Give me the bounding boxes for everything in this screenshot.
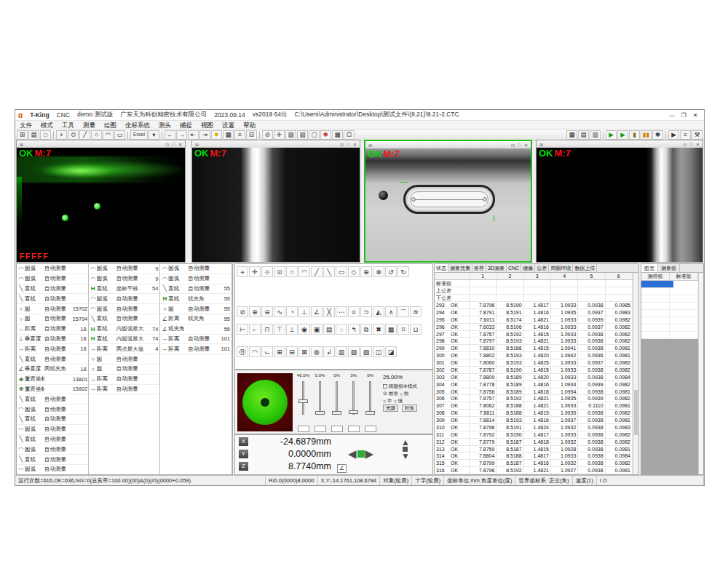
palette-tool[interactable]: ⊓: [261, 324, 273, 335]
jog-slider-0[interactable]: 40.0%: [295, 372, 312, 434]
joystick-circle[interactable]: [242, 380, 288, 425]
jog-radio-row[interactable]: ⊙标准○快: [383, 390, 432, 397]
palette-tool[interactable]: ▦: [385, 324, 397, 335]
measurement-list-item[interactable]: ◠圆弧自动测量9: [89, 264, 160, 274]
element-panel-row[interactable]: [641, 288, 698, 295]
palette-tool[interactable]: ✛: [249, 266, 261, 277]
slider-thumb[interactable]: [298, 399, 308, 403]
settings-button[interactable]: ✱: [652, 130, 663, 140]
palette-tool[interactable]: ⌖: [237, 266, 248, 277]
measurement-list-item[interactable]: ◠圆弧自动测量: [17, 445, 88, 455]
table-row[interactable]: 298OK7.87978.51931.48211.09330.09380.098…: [435, 338, 633, 345]
open-file-button[interactable]: ▤: [28, 130, 39, 140]
jog-right-arrow-icon[interactable]: ▶: [365, 447, 374, 461]
pattern-b-button[interactable]: ▧: [297, 130, 308, 140]
slider-thumb[interactable]: [365, 411, 375, 415]
light-button[interactable]: 光源: [383, 404, 398, 412]
table-row[interactable]: 316OK7.87968.51921.48211.09270.09380.098…: [435, 467, 633, 474]
palette-tool[interactable]: ○: [286, 266, 298, 277]
table-scrollbar-thumb[interactable]: [634, 390, 638, 435]
palette-tool[interactable]: ◫: [373, 346, 384, 357]
element-panel-row[interactable]: [641, 295, 698, 303]
table-row[interactable]: 308OK7.88118.51881.48151.09350.09380.098…: [435, 410, 633, 417]
palette-tool[interactable]: ⊕: [249, 306, 261, 317]
table-row[interactable]: 306OK7.87578.51921.48211.09350.09390.098…: [435, 395, 633, 402]
palette-tool[interactable]: ╱: [311, 266, 323, 277]
menu-item-2[interactable]: 工具: [58, 121, 79, 129]
stop-run-button[interactable]: ▮: [629, 130, 640, 140]
measurement-list-item[interactable]: ╲直线自动测量: [17, 415, 88, 425]
zoom-fit-icon[interactable]: ⊡: [510, 143, 516, 148]
palette-tool[interactable]: ⊢: [237, 324, 248, 335]
measurement-list-item[interactable]: ◠圆弧自动测量: [17, 404, 88, 415]
table-row[interactable]: 305OK7.87568.51891.48181.09540.09380.098…: [435, 388, 633, 396]
save-program-button[interactable]: ▦: [566, 130, 577, 140]
menu-item-6[interactable]: 测头: [154, 121, 175, 129]
palette-tool[interactable]: ⊔: [410, 324, 422, 335]
table-tab-3[interactable]: 3D测量: [486, 264, 507, 272]
measurement-list-item[interactable]: H直线内圆弧最大点74: [89, 324, 160, 335]
slider-input[interactable]: [365, 426, 376, 432]
measurement-list-item[interactable]: ◠圆弧自动测量: [160, 264, 232, 274]
slider-thumb[interactable]: [349, 410, 358, 414]
camera-3-image[interactable]: OKM:7: [365, 148, 531, 261]
close-icon[interactable]: ✕: [177, 142, 183, 147]
measurement-list-item[interactable]: ↔距离两点最大值4: [89, 344, 160, 354]
table-tab-2[interactable]: 推荐: [472, 264, 486, 272]
crosshair-tool-button[interactable]: ✛: [274, 130, 285, 140]
table-row[interactable]: 294OK7.87918.51911.48161.09350.09370.098…: [435, 309, 633, 316]
palette-tool[interactable]: ↰: [348, 324, 360, 335]
measurement-list-item[interactable]: ◠圆弧自动测量: [89, 304, 160, 314]
joystick-pad[interactable]: [237, 373, 293, 431]
restore-icon[interactable]: □: [170, 142, 177, 146]
measurement-list-item[interactable]: ○圆自动测量: [89, 354, 160, 364]
element-panel-row[interactable]: [641, 332, 698, 339]
menu-item-4[interactable]: 绘图: [100, 121, 121, 129]
camera-panel-1[interactable]: ⊞ ⊡ □ ✕ OKM:7 FFFFF: [16, 140, 186, 263]
panel-menu-icon[interactable]: ⊞: [194, 142, 200, 147]
palette-tool[interactable]: ⊹: [261, 266, 273, 277]
palette-tool[interactable]: ⊗: [373, 266, 384, 277]
measurement-list-item[interactable]: ╲直线自动测量: [17, 294, 88, 304]
line-tool-button[interactable]: ╱: [79, 130, 90, 140]
palette-tool[interactable]: ∿: [274, 306, 285, 317]
table-row[interactable]: 309OK7.88148.51931.48161.09370.09380.098…: [435, 417, 633, 424]
table-row[interactable]: 297OK7.87578.51921.48151.09330.09380.098…: [435, 331, 633, 338]
grid-view-button[interactable]: ▦: [223, 130, 234, 140]
table-row[interactable]: 299OK7.88108.51861.48151.09410.09380.098…: [435, 345, 633, 352]
table-row[interactable]: 312OK7.87798.51871.48181.09320.09380.098…: [435, 439, 633, 446]
palette-tool[interactable]: ↻: [397, 266, 409, 277]
palette-tool[interactable]: ⊥: [286, 324, 298, 335]
measurement-list-item[interactable]: H直线坐标平移54: [89, 284, 160, 295]
palette-tool[interactable]: ▨: [360, 346, 372, 357]
select-tool-button[interactable]: ⌖: [56, 130, 67, 140]
zoom-fit-icon[interactable]: ⊡: [339, 142, 345, 147]
jog-slider-1[interactable]: 0.0%: [312, 372, 328, 434]
camera-panel-2[interactable]: ⊞ ⊡ □ ✕ OKM:7: [191, 140, 360, 263]
slider-track[interactable]: [302, 381, 304, 415]
measurement-list-item[interactable]: ○圆自动测量: [89, 364, 160, 375]
table-row[interactable]: 295OK7.60118.51741.48211.09330.09390.098…: [435, 316, 633, 324]
zoom-tool-button[interactable]: ⊘: [262, 130, 273, 140]
palette-tool[interactable]: ◇: [348, 266, 360, 277]
slider-input[interactable]: [331, 426, 343, 432]
menu-item-10[interactable]: 帮助: [239, 121, 260, 129]
step-forward-button[interactable]: →: [176, 130, 187, 140]
circle-tool-button[interactable]: ○: [91, 130, 102, 140]
maximize-button[interactable]: ❐: [678, 112, 689, 119]
camera-2-image[interactable]: OKM:7: [192, 148, 360, 262]
palette-tool[interactable]: ◉: [298, 324, 310, 335]
palette-tool[interactable]: ⊞: [274, 346, 285, 357]
restore-icon[interactable]: □: [345, 142, 352, 146]
step-last-button[interactable]: ⇥: [199, 130, 210, 140]
measurement-list-item[interactable]: ○圆自动测量15702: [17, 304, 88, 314]
selected-cell[interactable]: [641, 281, 673, 288]
table-row[interactable]: 314OK7.88048.51881.48171.09330.09380.098…: [435, 453, 633, 460]
jog-radio-row[interactable]: ○中○慢: [383, 397, 432, 404]
menu-item-8[interactable]: 视图: [197, 121, 218, 129]
measurement-list-item[interactable]: ◠圆弧自动测量9: [89, 274, 160, 284]
palette-tool[interactable]: ⌐: [249, 324, 261, 335]
checkbox-icon[interactable]: [383, 384, 387, 388]
adjust-levels-button[interactable]: ≡: [680, 130, 691, 140]
measurement-list-item[interactable]: ∠线夹角55: [160, 324, 232, 335]
